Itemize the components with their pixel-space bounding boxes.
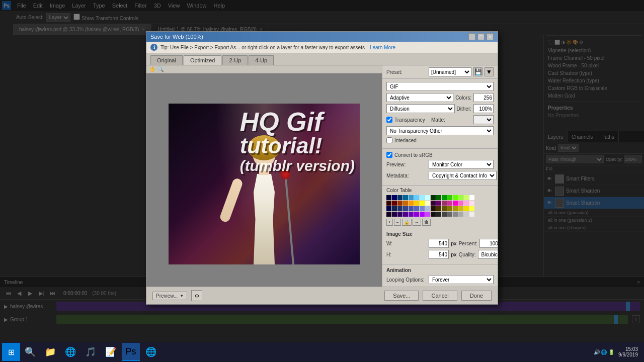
color-swatch-7[interactable] xyxy=(425,195,430,200)
color-swatch-11[interactable] xyxy=(447,195,452,200)
taskbar-search[interactable]: 🔍 xyxy=(21,343,39,361)
color-swatch-35[interactable] xyxy=(403,206,408,211)
color-swatch-50[interactable] xyxy=(397,212,403,217)
color-swatch-18[interactable] xyxy=(397,201,403,206)
color-swatch-31[interactable] xyxy=(469,201,474,206)
color-swatch-58[interactable] xyxy=(442,212,447,217)
color-swatch-2[interactable] xyxy=(397,195,403,200)
done-button[interactable]: Done xyxy=(461,291,492,301)
format-select[interactable]: GIF xyxy=(386,82,494,91)
diffusion-select[interactable]: Diffusion xyxy=(386,104,455,113)
preset-save-btn[interactable]: 💾 xyxy=(473,67,482,76)
close-button[interactable]: × xyxy=(487,33,494,40)
tab-2up[interactable]: 2-Up xyxy=(222,55,248,65)
color-swatch-47[interactable] xyxy=(469,206,474,211)
color-swatch-30[interactable] xyxy=(464,201,469,206)
color-swatch-63[interactable] xyxy=(469,212,474,217)
taskbar-chrome[interactable]: 🌐 xyxy=(142,343,160,361)
interlaced-checkbox[interactable] xyxy=(386,137,392,143)
matte-select[interactable] xyxy=(473,115,494,124)
quality-select[interactable]: Bicubic xyxy=(478,250,498,259)
color-swatch-59[interactable] xyxy=(447,212,452,217)
cancel-button[interactable]: Cancel xyxy=(423,291,457,301)
color-swatch-27[interactable] xyxy=(447,201,452,206)
preview-btn[interactable]: Preview... ▼ xyxy=(152,292,187,300)
tab-optimized[interactable]: Optimized xyxy=(184,55,222,65)
color-swatch-41[interactable] xyxy=(436,206,441,211)
color-swatch-32[interactable] xyxy=(386,206,391,211)
color-swatch-52[interactable] xyxy=(409,212,414,217)
taskbar-media[interactable]: 🎵 xyxy=(82,343,100,361)
taskbar-notes[interactable]: 📝 xyxy=(102,343,120,361)
color-remove-btn[interactable]: − xyxy=(394,219,400,226)
tab-original[interactable]: Original xyxy=(150,55,183,65)
color-map-btn[interactable]: → xyxy=(413,219,421,226)
color-swatch-36[interactable] xyxy=(409,206,414,211)
dither-type-select[interactable]: Adaptive xyxy=(386,93,453,102)
color-swatch-20[interactable] xyxy=(409,201,414,206)
minimize-button[interactable]: _ xyxy=(468,33,475,40)
color-add-btn[interactable]: + xyxy=(386,219,393,226)
height-input[interactable] xyxy=(429,250,449,259)
color-swatch-15[interactable] xyxy=(469,195,474,200)
color-swatch-6[interactable] xyxy=(420,195,425,200)
color-swatch-48[interactable] xyxy=(386,212,391,217)
color-trash-btn[interactable]: 🗑 xyxy=(422,219,431,226)
color-swatch-24[interactable] xyxy=(431,201,436,206)
color-swatch-44[interactable] xyxy=(453,206,458,211)
color-swatch-13[interactable] xyxy=(458,195,463,200)
color-swatch-40[interactable] xyxy=(431,206,436,211)
color-swatch-22[interactable] xyxy=(420,201,425,206)
color-swatch-9[interactable] xyxy=(436,195,441,200)
taskbar-ps[interactable]: Ps xyxy=(122,343,140,361)
preview-select[interactable]: Monitor Color xyxy=(429,160,494,169)
color-swatch-37[interactable] xyxy=(414,206,419,211)
preset-select[interactable]: [Unnamed] xyxy=(429,67,471,76)
percent-input[interactable] xyxy=(479,239,498,248)
color-swatch-49[interactable] xyxy=(392,212,397,217)
color-swatch-16[interactable] xyxy=(386,201,391,206)
looping-select[interactable]: Forever xyxy=(429,275,494,284)
color-swatch-1[interactable] xyxy=(392,195,397,200)
color-swatch-17[interactable] xyxy=(392,201,397,206)
preset-menu-btn[interactable]: ▼ xyxy=(485,67,494,76)
color-swatch-53[interactable] xyxy=(414,212,419,217)
color-swatch-54[interactable] xyxy=(420,212,425,217)
color-swatch-33[interactable] xyxy=(392,206,397,211)
color-swatch-55[interactable] xyxy=(425,212,430,217)
color-swatch-5[interactable] xyxy=(414,195,419,200)
color-swatch-56[interactable] xyxy=(431,212,436,217)
save-button[interactable]: Save... xyxy=(384,291,419,301)
color-swatch-61[interactable] xyxy=(458,212,463,217)
color-swatch-19[interactable] xyxy=(403,201,408,206)
color-swatch-42[interactable] xyxy=(442,206,447,211)
color-swatch-34[interactable] xyxy=(397,206,403,211)
zoom-tool-icon[interactable]: 🔍 xyxy=(157,66,164,72)
color-swatch-45[interactable] xyxy=(458,206,463,211)
no-transparency-select[interactable]: No Transparency Other xyxy=(386,126,494,135)
color-swatch-60[interactable] xyxy=(453,212,458,217)
color-swatch-23[interactable] xyxy=(425,201,430,206)
dither-input[interactable] xyxy=(473,104,494,113)
color-swatch-8[interactable] xyxy=(431,195,436,200)
color-swatch-28[interactable] xyxy=(453,201,458,206)
hand-tool-icon[interactable]: ✋ xyxy=(149,66,155,72)
color-swatch-4[interactable] xyxy=(409,195,414,200)
color-swatch-43[interactable] xyxy=(447,206,452,211)
learn-more-link[interactable]: Learn More xyxy=(370,45,395,50)
taskbar-edge[interactable]: 🌐 xyxy=(61,343,79,361)
footer-play-btn[interactable]: ⚙ xyxy=(191,290,202,301)
color-swatch-39[interactable] xyxy=(425,206,430,211)
maximize-button[interactable]: □ xyxy=(477,33,485,40)
color-swatch-46[interactable] xyxy=(464,206,469,211)
color-swatch-26[interactable] xyxy=(442,201,447,206)
taskbar-explorer[interactable]: 📁 xyxy=(41,343,59,361)
color-swatch-51[interactable] xyxy=(403,212,408,217)
color-swatch-57[interactable] xyxy=(436,212,441,217)
width-input[interactable] xyxy=(429,239,449,248)
colors-input[interactable] xyxy=(473,93,494,102)
color-swatch-0[interactable] xyxy=(386,195,391,200)
color-swatch-25[interactable] xyxy=(436,201,441,206)
preview-dropdown-icon[interactable]: ▼ xyxy=(180,294,184,298)
transparency-checkbox[interactable] xyxy=(386,117,392,123)
